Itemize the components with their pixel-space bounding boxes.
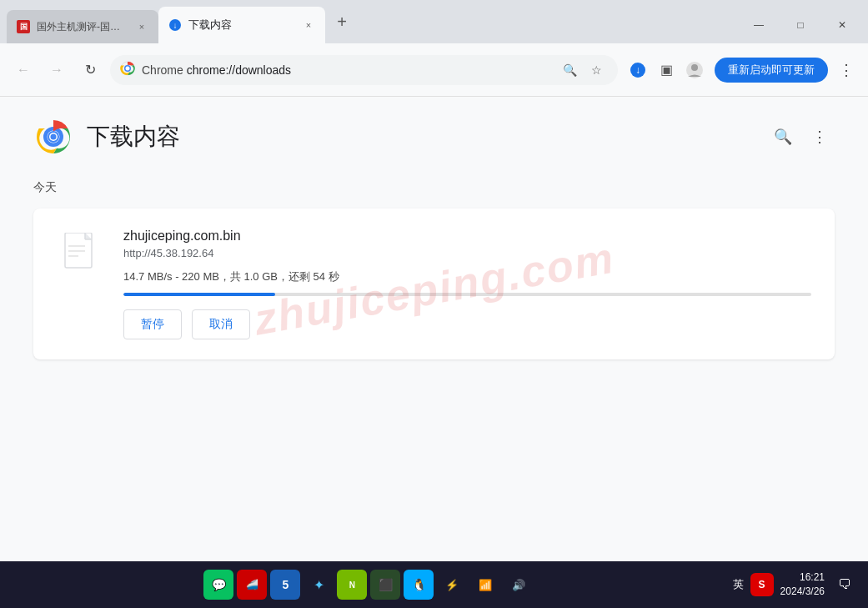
browser-label: Chrome (142, 63, 183, 77)
download-card: zhujiceping.com.bin http://45.38.192.64 … (33, 209, 835, 359)
address-favicon (120, 61, 135, 79)
cancel-button[interactable]: 取消 (192, 309, 250, 339)
download-filename: zhujiceping.com.bin (123, 229, 811, 244)
taskbar-app1-icon[interactable]: ⬛ (370, 570, 400, 600)
svg-point-8 (691, 64, 698, 71)
url-text: Chromechrome://downloads (142, 63, 551, 77)
taskbar-right: 英 S 16:21 2024/3/26 🗨 (733, 570, 858, 599)
taskbar-train-icon[interactable]: 🚄 (237, 570, 267, 600)
addressbar: ← → ↻ Chromechrome://downloads 🔍 ☆ ↓ ▣ (0, 43, 868, 97)
main-content: zhujiceping.com 下载 (0, 97, 868, 561)
download-status: 14.7 MB/s - 220 MB，共 1.0 GB，还剩 54 秒 (123, 269, 811, 284)
progress-bar-fill (123, 293, 275, 296)
titlebar: 国 国外主机测评-国外VPS、国... × ↓ 下载内容 × + — □ ✕ (0, 0, 868, 43)
minimize-button[interactable]: — (740, 12, 778, 38)
taskbar-volume-icon[interactable]: 🔊 (504, 570, 534, 600)
address-icons: 🔍 ☆ (558, 58, 608, 82)
maximize-button[interactable]: □ (781, 12, 820, 38)
refresh-button[interactable]: ↻ (77, 57, 103, 83)
taskbar-qq-icon[interactable]: 🐧 (404, 570, 434, 600)
address-bar[interactable]: Chromechrome://downloads 🔍 ☆ (110, 55, 618, 85)
update-button[interactable]: 重新启动即可更新 (715, 58, 828, 83)
download-icon[interactable]: ↓ (625, 57, 651, 83)
page-header: 下载内容 🔍 ⋮ (33, 97, 835, 173)
taskbar-nvidia-icon[interactable]: N (337, 570, 367, 600)
page-header-left: 下载内容 (33, 117, 180, 157)
svg-text:↓: ↓ (635, 64, 640, 76)
taskbar-datetime: 16:21 2024/3/26 (780, 570, 825, 599)
window-controls: — □ ✕ (740, 0, 868, 43)
new-tab-button[interactable]: + (329, 8, 355, 35)
toolbar-icons: ↓ ▣ (625, 57, 708, 83)
svg-text:↓: ↓ (173, 21, 178, 30)
taskbar-antivirus-icon[interactable]: S (750, 573, 774, 596)
taskbar-bluetooth-icon[interactable]: ✦ (304, 570, 334, 600)
svg-point-4 (126, 66, 130, 70)
more-menu-button[interactable]: ⋮ (835, 58, 858, 82)
bookmark-icon[interactable]: ☆ (585, 58, 608, 82)
taskbar-language[interactable]: 英 (733, 577, 744, 592)
tab-active[interactable]: ↓ 下载内容 × (158, 7, 325, 43)
tab-inactive-favicon: 国 (17, 20, 30, 33)
taskbar-date-value: 2024/3/26 (780, 585, 825, 599)
url-value: chrome://downloads (187, 63, 291, 77)
taskbar-center: 💬 🚄 5 ✦ N ⬛ 🐧 ⚡ 📶 (10, 570, 728, 600)
download-info: zhujiceping.com.bin http://45.38.192.64 … (123, 229, 811, 339)
forward-button[interactable]: → (43, 57, 70, 83)
download-actions: 暂停 取消 (123, 309, 811, 339)
taskbar: 💬 🚄 5 ✦ N ⬛ 🐧 ⚡ 📶 (0, 561, 868, 608)
account-icon[interactable] (681, 57, 708, 83)
tab-active-close[interactable]: × (302, 18, 315, 32)
tab-inactive-close[interactable]: × (135, 20, 148, 33)
file-icon (57, 229, 103, 282)
taskbar-notification-button[interactable]: 🗨 (831, 571, 858, 598)
taskbar-5-icon[interactable]: 5 (270, 570, 300, 600)
chrome-logo-icon (33, 117, 73, 157)
page-title: 下载内容 (87, 121, 180, 153)
sidebar-icon[interactable]: ▣ (653, 57, 680, 83)
search-downloads-button[interactable]: 🔍 (768, 122, 798, 152)
taskbar-time-value: 16:21 (780, 570, 825, 585)
pause-button[interactable]: 暂停 (123, 309, 182, 339)
back-button[interactable]: ← (10, 57, 37, 83)
section-date: 今天 (33, 180, 835, 195)
more-options-button[interactable]: ⋮ (805, 122, 835, 152)
taskbar-battery-icon[interactable]: ⚡ (437, 570, 467, 600)
page-header-actions: 🔍 ⋮ (768, 122, 835, 152)
search-icon[interactable]: 🔍 (558, 58, 581, 82)
tab-inactive[interactable]: 国 国外主机测评-国外VPS、国... × (7, 10, 158, 43)
download-url: http://45.38.192.64 (123, 247, 811, 259)
tab-active-favicon: ↓ (168, 18, 182, 32)
svg-point-13 (51, 134, 57, 140)
tab-active-title: 下载内容 (188, 18, 295, 33)
progress-bar-container (123, 293, 811, 296)
close-button[interactable]: ✕ (823, 12, 861, 38)
tab-inactive-title: 国外主机测评-国外VPS、国... (37, 20, 128, 34)
taskbar-wechat-icon[interactable]: 💬 (203, 570, 233, 600)
taskbar-wifi-icon[interactable]: 📶 (470, 570, 500, 600)
